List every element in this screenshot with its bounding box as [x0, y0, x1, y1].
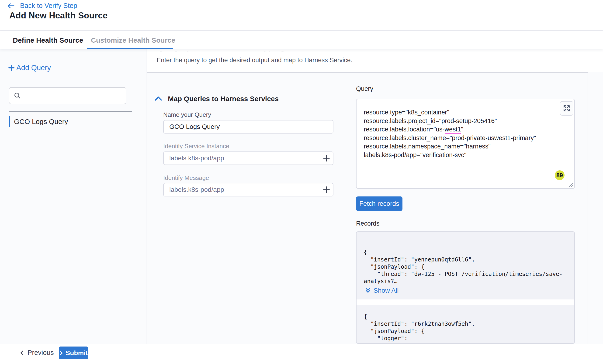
identify-message-label: Identify Message [163, 174, 209, 182]
record-card: { "insertId": "r6rk2tnah3owf5eh", "jsonP… [357, 305, 574, 344]
maximize-icon [563, 104, 571, 112]
tab-customize-health-source[interactable]: Customize Health Source [91, 31, 175, 49]
query-list-item-gco-logs[interactable]: GCO Logs Query [9, 116, 68, 127]
record-card: { "insertId": "yennepun0qtd6ll6", "jsonP… [357, 232, 574, 299]
chevron-right-icon [59, 351, 63, 356]
message-add-button[interactable] [321, 184, 332, 195]
records-label: Records [356, 220, 380, 227]
record-json: { "insertId": "r6rk2tnah3owf5eh", "jsonP… [364, 313, 566, 344]
health-source-tabbar: Define Health Source Customize Health So… [0, 31, 603, 49]
spellcheck-underlined-word: west1 [445, 126, 461, 134]
character-count-badge: 89 [555, 170, 565, 180]
name-query-label: Name your Query [163, 111, 211, 118]
sidebar-divider [9, 111, 132, 112]
message-input[interactable] [163, 183, 334, 196]
active-tab-underline [87, 48, 173, 49]
query-name-input[interactable] [163, 120, 334, 134]
plus-icon [8, 64, 15, 71]
query-code: resource.type="k8s_container" resource.l… [364, 108, 536, 159]
query-sidebar: Add Query GCO Logs Query [0, 49, 146, 344]
service-instance-add-button[interactable] [321, 153, 332, 163]
show-all-label: Show All [373, 287, 398, 294]
scroll-fade-overlay [147, 49, 603, 57]
resize-handle-icon[interactable] [567, 182, 573, 188]
section-subheading: Enter the query to get the desired outpu… [157, 57, 352, 64]
selected-indicator-bar [9, 116, 10, 127]
query-item-label: GCO Logs Query [14, 118, 68, 125]
identify-service-instance-label: Identify Service Instance [163, 143, 229, 150]
add-query-label: Add Query [16, 64, 51, 72]
map-queries-title: Map Queries to Harness Services [168, 95, 279, 103]
query-label: Query [356, 85, 373, 92]
double-chevron-down-icon [365, 288, 371, 294]
previous-button[interactable]: Previous [20, 349, 54, 357]
page-title: Add New Health Source [9, 11, 108, 21]
section-header: Query Specifications and Mappings Enter … [147, 49, 603, 72]
content-area: Add Query GCO Logs Query Query Specifica… [0, 49, 603, 344]
previous-label: Previous [27, 349, 54, 357]
page-header: Back to Verify Step Add New Health Sourc… [0, 0, 603, 31]
add-health-source-page: Back to Verify Step Add New Health Sourc… [0, 0, 603, 364]
record-json: { "insertId": "yennepun0qtd6ll6", "jsonP… [364, 249, 563, 285]
show-all-link[interactable]: Show All [365, 287, 398, 294]
records-panel: { "insertId": "yennepun0qtd6ll6", "jsonP… [356, 231, 575, 344]
query-textarea[interactable]: resource.type="k8s_container" resource.l… [356, 99, 575, 189]
panel-right-border [588, 72, 588, 344]
section-divider [147, 72, 588, 73]
wizard-footer: Previous Submit [0, 344, 603, 364]
back-arrow-icon [7, 2, 15, 9]
collapse-section-button[interactable] [154, 95, 162, 102]
fetch-records-button[interactable]: Fetch records [356, 196, 403, 211]
submit-label: Submit [66, 349, 88, 357]
back-link-label: Back to Verify Step [20, 2, 77, 10]
service-instance-input[interactable] [163, 151, 334, 165]
expand-query-button[interactable] [560, 101, 573, 116]
chevron-left-icon [20, 350, 24, 356]
query-search-input[interactable] [9, 87, 126, 104]
tab-define-health-source[interactable]: Define Health Source [13, 31, 83, 49]
back-to-verify-step-link[interactable]: Back to Verify Step [7, 2, 77, 10]
submit-button[interactable]: Submit [59, 347, 88, 359]
add-query-button[interactable]: Add Query [8, 64, 51, 72]
search-icon [13, 92, 22, 100]
